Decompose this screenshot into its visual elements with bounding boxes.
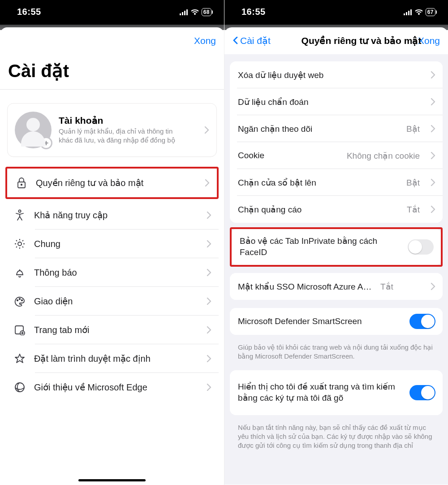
row-label: Đặt làm trình duyệt mặc định xyxy=(34,353,198,364)
toggle-defender[interactable] xyxy=(409,314,435,329)
row-label: Chặn quảng cáo xyxy=(238,204,399,215)
row-value: Tắt xyxy=(407,204,420,215)
done-button[interactable]: Xong xyxy=(194,35,216,46)
row-label: Trang tab mới xyxy=(34,325,198,335)
svg-point-7 xyxy=(18,210,21,212)
cellular-signal-icon xyxy=(180,9,188,15)
row-diagnostics[interactable]: Dữ liệu chẩn đoán xyxy=(230,88,443,115)
chevron-right-icon xyxy=(207,240,211,247)
row-label: Chung xyxy=(34,239,198,249)
svg-point-8 xyxy=(18,242,22,246)
row-label: Cookie xyxy=(238,151,339,160)
wifi-icon xyxy=(415,9,423,15)
right-screenshot: 16:55 67 Cài đặt Quyền riêng tư và bảo m… xyxy=(224,0,448,485)
row-default-browser[interactable]: Đặt làm trình duyệt mặc định xyxy=(5,344,219,373)
palette-icon xyxy=(13,296,26,307)
bell-icon xyxy=(13,267,26,278)
row-popup-blocker[interactable]: Chặn cửa sổ bật lên Bật xyxy=(230,169,443,196)
nav-title: Quyền riêng tư và bảo mật xyxy=(290,35,433,46)
row-label: Khả năng truy cập xyxy=(34,210,198,221)
row-accessibility[interactable]: Khả năng truy cập xyxy=(5,201,219,230)
chevron-right-icon xyxy=(207,384,211,391)
account-subtitle: Quản lý mật khẩu, địa chỉ và thông tin k… xyxy=(59,127,175,145)
row-ad-block[interactable]: Chặn quảng cáo Tắt xyxy=(230,196,443,223)
chevron-left-icon xyxy=(233,37,238,45)
status-bar: 16:55 67 xyxy=(224,0,448,25)
edge-icon xyxy=(13,381,26,393)
row-label: Thông báo xyxy=(34,268,198,278)
account-card[interactable]: + Tài khoản Quản lý mật khẩu, địa chỉ và… xyxy=(7,103,217,157)
account-title: Tài khoản xyxy=(59,115,175,126)
row-label: Microsoft Defender SmartScreen xyxy=(238,316,401,326)
row-label: Giới thiệu về Microsoft Edge xyxy=(34,382,198,393)
row-new-tab[interactable]: Trang tab mới xyxy=(5,316,219,344)
row-search-suggestions[interactable]: Hiển thị cho tôi đề xuất trang và tìm ki… xyxy=(230,370,443,415)
row-label: Xóa dữ liệu duyệt web xyxy=(238,70,422,80)
gear-icon xyxy=(13,238,26,250)
svg-point-14 xyxy=(15,383,24,392)
wifi-icon xyxy=(191,9,199,15)
svg-point-9 xyxy=(17,300,18,301)
row-label: Chặn cửa sổ bật lên xyxy=(238,178,398,188)
accessibility-icon xyxy=(13,209,26,221)
row-tracking-prevention[interactable]: Ngăn chặn theo dõi Bật xyxy=(230,115,443,142)
svg-point-6 xyxy=(21,184,22,186)
toggle-faceid-inprivate[interactable] xyxy=(408,239,434,255)
chevron-right-icon xyxy=(431,125,435,132)
row-label: Bảo vệ các Tab InPrivate bằng cách FaceI… xyxy=(240,236,400,258)
home-indicator[interactable] xyxy=(78,479,146,481)
battery-indicator: 68 xyxy=(202,8,211,16)
chevron-right-icon xyxy=(431,179,435,186)
row-label: Mật khẩu SSO Microsoft Azure Ac... xyxy=(238,281,372,292)
chevron-right-icon xyxy=(207,212,211,219)
row-faceid-inprivate[interactable]: Bảo vệ các Tab InPrivate bằng cách FaceI… xyxy=(232,229,441,265)
row-about-edge[interactable]: Giới thiệu về Microsoft Edge xyxy=(5,373,219,402)
back-button[interactable]: Cài đặt xyxy=(233,35,271,46)
chevron-right-icon xyxy=(205,179,210,186)
row-notifications[interactable]: Thông báo xyxy=(5,258,219,287)
chevron-right-icon xyxy=(207,355,211,362)
row-cookies[interactable]: Cookie Không chặn cookie xyxy=(230,142,443,169)
row-value: Bật xyxy=(406,124,420,134)
row-general[interactable]: Chung xyxy=(5,230,219,258)
star-icon xyxy=(13,353,26,364)
status-bar: 16:55 68 xyxy=(0,0,224,25)
svg-point-10 xyxy=(19,299,21,300)
toggle-suggestions[interactable] xyxy=(409,385,435,400)
row-clear-browsing-data[interactable]: Xóa dữ liệu duyệt web xyxy=(230,61,443,88)
row-defender-smartscreen[interactable]: Microsoft Defender SmartScreen xyxy=(230,308,443,335)
lock-icon xyxy=(15,177,28,189)
left-screenshot: 16:55 68 Xong Cài đặt + Tài khoản Quản l… xyxy=(0,0,224,485)
chevron-right-icon xyxy=(431,71,435,78)
row-label: Ngăn chặn theo dõi xyxy=(238,124,398,134)
svg-point-11 xyxy=(22,300,23,301)
row-value: Không chặn cookie xyxy=(347,151,420,161)
row-appearance[interactable]: Giao diện xyxy=(5,287,219,316)
row-sso-azure[interactable]: Mật khẩu SSO Microsoft Azure Ac... Tắt xyxy=(230,273,443,300)
suggestions-note: Nếu bạn tắt tính năng này, bạn sẽ chỉ th… xyxy=(230,423,443,452)
chevron-right-icon xyxy=(431,283,435,290)
cellular-signal-icon xyxy=(404,9,412,15)
chevron-right-icon xyxy=(207,269,211,276)
defender-note: Giúp bảo vệ tôi khỏi các trang web và nộ… xyxy=(230,343,443,363)
battery-indicator: 67 xyxy=(426,8,435,16)
chevron-right-icon xyxy=(207,326,211,333)
avatar-icon: + xyxy=(15,112,52,148)
page-title: Cài đặt xyxy=(0,54,224,89)
row-value: Bật xyxy=(406,178,420,188)
status-time: 16:55 xyxy=(17,7,41,17)
nav-bar: Xong xyxy=(0,27,224,54)
status-time: 16:55 xyxy=(241,7,266,17)
back-label: Cài đặt xyxy=(240,35,271,46)
row-label: Giao diện xyxy=(34,296,198,307)
row-privacy-security[interactable]: Quyền riêng tư và bảo mật xyxy=(7,169,217,197)
row-label: Quyền riêng tư và bảo mật xyxy=(36,178,197,188)
chevron-right-icon xyxy=(431,206,435,213)
chevron-right-icon xyxy=(431,152,435,159)
row-value: Tắt xyxy=(380,281,393,292)
row-label: Dữ liệu chẩn đoán xyxy=(238,97,422,107)
row-label: Hiển thị cho tôi đề xuất trang và tìm ki… xyxy=(238,381,401,403)
chevron-right-icon xyxy=(204,126,209,134)
nav-bar: Cài đặt Quyền riêng tư và bảo mật Xong xyxy=(224,27,448,54)
privacy-group-1: Xóa dữ liệu duyệt web Dữ liệu chẩn đoán … xyxy=(230,61,443,223)
